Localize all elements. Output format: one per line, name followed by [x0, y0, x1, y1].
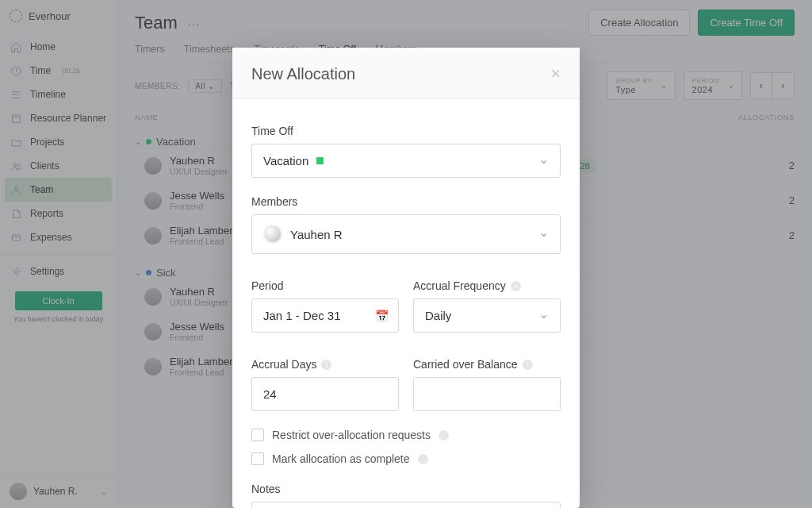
carried-label: Carried over Balancei	[413, 358, 561, 371]
notes-input[interactable]	[251, 502, 561, 508]
period-input[interactable]: Jan 1 - Dec 31 📅	[251, 298, 399, 333]
avatar	[263, 225, 282, 244]
accrual-days-label: Accrual Daysi	[251, 358, 399, 371]
new-allocation-modal: New Allocation × Time Off Vacation Membe…	[232, 48, 580, 508]
members-select[interactable]: Yauhen R	[251, 214, 561, 254]
notes-label: Notes	[251, 483, 561, 495]
info-icon: i	[523, 360, 533, 370]
info-icon	[418, 454, 428, 464]
info-icon	[439, 430, 449, 441]
close-icon[interactable]: ×	[550, 64, 561, 84]
vacation-color-dot	[316, 157, 324, 164]
modal-title: New Allocation	[251, 65, 355, 83]
accrual-freq-select[interactable]: Daily	[413, 298, 561, 333]
members-label: Members	[251, 195, 561, 208]
calendar-icon: 📅	[375, 310, 389, 322]
checkbox-icon	[251, 429, 264, 441]
restrict-checkbox[interactable]: Restrict over-allocation requests	[251, 429, 561, 441]
checkbox-icon	[251, 452, 264, 465]
accrual-days-input[interactable]: 24	[251, 377, 399, 411]
timeoff-label: Time Off	[251, 125, 561, 137]
info-icon: i	[511, 281, 521, 291]
period-label: Period	[251, 279, 399, 292]
modal-overlay: New Allocation × Time Off Vacation Membe…	[0, 0, 812, 508]
mark-complete-checkbox[interactable]: Mark allocation as complete	[251, 452, 561, 465]
carried-input[interactable]	[413, 377, 561, 411]
timeoff-select[interactable]: Vacation	[251, 144, 561, 178]
accrual-freq-label: Accrual Frequencyi	[413, 279, 561, 292]
info-icon: i	[321, 360, 331, 370]
